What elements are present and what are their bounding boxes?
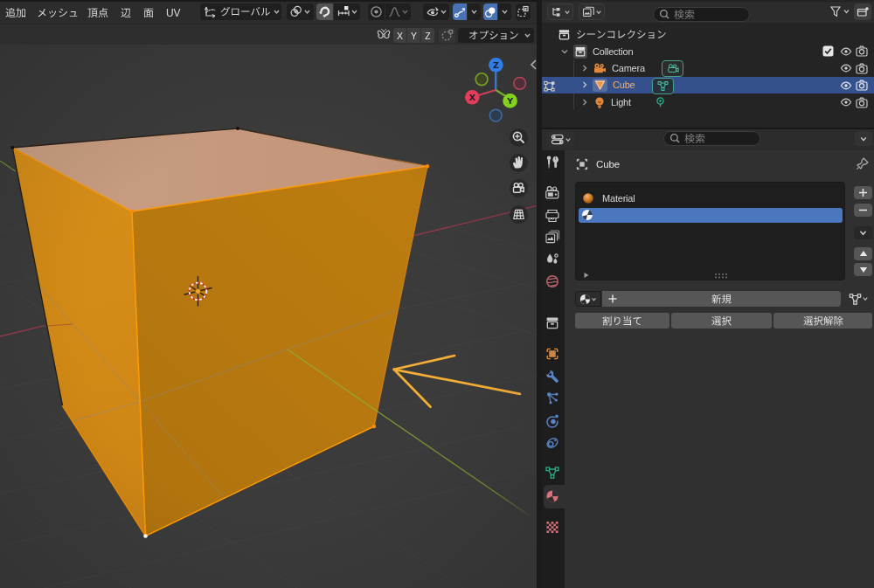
outliner-filter-dropdown[interactable] bbox=[829, 5, 852, 18]
new-collection-icon bbox=[857, 5, 870, 18]
eye-icon[interactable] bbox=[840, 46, 852, 57]
chevron-expanded-icon[interactable] bbox=[560, 47, 569, 56]
proportional-falloff-dropdown[interactable] bbox=[385, 3, 411, 20]
move-slot-down-button[interactable] bbox=[854, 263, 872, 276]
outliner-editor-type-dropdown[interactable] bbox=[547, 3, 573, 20]
deselect-button[interactable] bbox=[773, 313, 872, 329]
tab-scene[interactable] bbox=[547, 254, 558, 264]
move-slot-up-button[interactable] bbox=[854, 247, 872, 260]
tab-view-layer[interactable] bbox=[546, 231, 559, 243]
menu-vertex[interactable] bbox=[87, 2, 108, 24]
show-gizmo-dropdown[interactable] bbox=[423, 3, 449, 20]
mesh-object-icon bbox=[594, 80, 606, 91]
outliner-row-collection[interactable]: Collection bbox=[542, 43, 874, 60]
outliner-row-camera[interactable]: Camera bbox=[542, 59, 874, 77]
properties-editor-type-dropdown[interactable] bbox=[547, 131, 574, 148]
tab-render[interactable] bbox=[546, 187, 558, 198]
chevron-collapsed-icon[interactable] bbox=[580, 98, 589, 107]
tab-output[interactable] bbox=[546, 211, 558, 222]
list-expand-triangle[interactable] bbox=[583, 272, 590, 279]
checkbox-checked-icon[interactable] bbox=[822, 45, 834, 57]
menu-face[interactable] bbox=[143, 2, 154, 24]
xray-toggle-button[interactable] bbox=[516, 3, 531, 20]
camera-data-badge[interactable] bbox=[662, 60, 683, 77]
outliner-display-mode-dropdown[interactable] bbox=[579, 3, 605, 20]
outliner-search-field[interactable] bbox=[653, 7, 750, 22]
properties-options-chevron[interactable] bbox=[855, 131, 872, 146]
eye-icon[interactable] bbox=[840, 63, 852, 73]
link-material-data-button[interactable] bbox=[844, 291, 872, 307]
minus-icon bbox=[858, 205, 868, 215]
menu-mesh[interactable] bbox=[37, 2, 79, 24]
gizmo-dropdown-chevron[interactable] bbox=[468, 3, 481, 20]
tab-modifiers[interactable] bbox=[544, 368, 557, 381]
tab-object-data[interactable] bbox=[546, 467, 558, 478]
render-camera-icon[interactable] bbox=[856, 63, 868, 74]
chevron-collapsed-icon[interactable] bbox=[580, 80, 589, 89]
editor-separator[interactable] bbox=[537, 0, 542, 588]
select-button[interactable] bbox=[671, 313, 772, 329]
pivot-point-dropdown[interactable] bbox=[287, 3, 314, 20]
tab-physics[interactable] bbox=[547, 415, 558, 428]
nav-gizmo[interactable]: Z X Y bbox=[465, 58, 526, 121]
search-placeholder bbox=[684, 132, 705, 146]
tab-constraints[interactable] bbox=[545, 437, 559, 450]
camera-view-button[interactable] bbox=[510, 179, 528, 197]
gizmo-toggle-button[interactable] bbox=[453, 3, 467, 20]
proportional-connected-button[interactable] bbox=[439, 28, 455, 43]
grid-ortho-button[interactable] bbox=[510, 205, 528, 224]
menu-uv[interactable]: UV bbox=[166, 2, 180, 24]
proportional-editing-toggle[interactable] bbox=[368, 3, 385, 20]
list-resize-grip[interactable] bbox=[714, 273, 728, 279]
browse-material-button[interactable] bbox=[575, 291, 601, 307]
overlays-dropdown-chevron[interactable] bbox=[498, 3, 511, 20]
outliner-row-scene-collection[interactable] bbox=[542, 25, 874, 43]
breadcrumb: Cube bbox=[575, 156, 864, 172]
pin-icon[interactable] bbox=[856, 156, 870, 170]
material-specials-menu-button[interactable] bbox=[854, 226, 872, 239]
pan-hand-button[interactable] bbox=[510, 154, 528, 172]
snap-with-dropdown[interactable] bbox=[334, 3, 360, 20]
zoom-button[interactable] bbox=[510, 128, 528, 147]
render-camera-icon[interactable] bbox=[856, 80, 868, 91]
light-data-icon[interactable] bbox=[654, 95, 667, 108]
new-material-button[interactable] bbox=[602, 291, 841, 307]
material-slot-list: Material bbox=[575, 182, 845, 280]
scene-collection-icon bbox=[558, 28, 571, 41]
axis-z-label: Z bbox=[425, 31, 430, 41]
new-collection-button[interactable] bbox=[854, 3, 871, 20]
eye-icon[interactable] bbox=[840, 97, 852, 107]
outliner-row-cube[interactable]: Cube bbox=[542, 77, 874, 94]
tab-particles[interactable] bbox=[547, 392, 558, 404]
chevron-collapsed-icon[interactable] bbox=[580, 64, 589, 73]
tab-texture[interactable] bbox=[547, 522, 558, 533]
mirror-x-button[interactable]: X bbox=[393, 28, 406, 43]
snap-toggle-button[interactable] bbox=[316, 3, 333, 20]
overlays-toggle-button[interactable] bbox=[483, 3, 497, 20]
assign-button[interactable] bbox=[575, 313, 669, 329]
tab-tool[interactable] bbox=[547, 156, 558, 169]
outliner-row-light[interactable]: Light bbox=[542, 93, 874, 111]
mirror-z-button[interactable]: Z bbox=[421, 28, 434, 43]
tab-collection[interactable] bbox=[547, 318, 558, 329]
options-dropdown[interactable] bbox=[458, 28, 534, 43]
menu-add[interactable] bbox=[5, 2, 26, 24]
tab-object[interactable] bbox=[547, 349, 558, 358]
mirror-y-button[interactable]: Y bbox=[407, 28, 420, 43]
transform-orientation-dropdown[interactable] bbox=[200, 3, 281, 20]
render-camera-icon[interactable] bbox=[856, 97, 868, 108]
properties-search-field[interactable] bbox=[663, 131, 760, 146]
plus-icon bbox=[858, 188, 868, 197]
remove-material-slot-button[interactable] bbox=[854, 204, 872, 217]
pivot-point-icon bbox=[289, 5, 302, 18]
material-slot-row-1[interactable]: Material bbox=[578, 190, 843, 207]
tab-world[interactable] bbox=[547, 276, 558, 287]
menu-edge[interactable] bbox=[121, 2, 131, 24]
render-camera-icon[interactable] bbox=[856, 45, 868, 57]
tab-material[interactable] bbox=[546, 490, 558, 502]
eye-icon[interactable] bbox=[840, 80, 852, 91]
add-material-slot-button[interactable] bbox=[854, 186, 872, 199]
mesh-data-badge[interactable] bbox=[652, 78, 674, 94]
material-slot-row-2-selected[interactable] bbox=[579, 208, 843, 223]
menu-label-mesh bbox=[37, 6, 79, 20]
